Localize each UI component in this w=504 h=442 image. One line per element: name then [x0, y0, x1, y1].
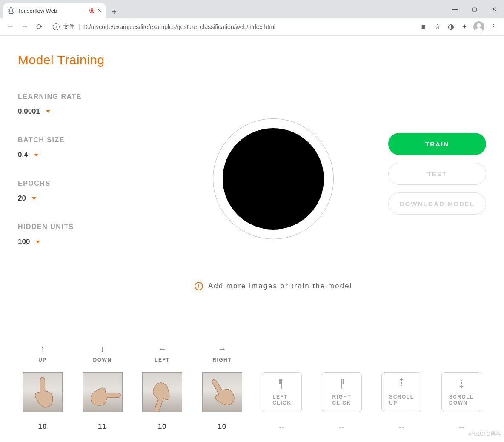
gesture-tile: LEFTCLICK --: [261, 344, 303, 431]
info-icon: i: [195, 282, 203, 290]
browser-chrome: Tensorflow Web × + — ▢ ✕ ← → ⟳ i 文件 | D:…: [0, 0, 504, 36]
camera-preview-area: i Add more images or train the model: [158, 93, 388, 290]
maximize-button[interactable]: ▢: [465, 2, 484, 16]
globe-icon: [8, 7, 14, 14]
extension-icon-1[interactable]: ◑: [446, 22, 455, 32]
chevron-down-icon: [34, 154, 38, 156]
close-window-button[interactable]: ✕: [484, 2, 504, 16]
hyperparameters-panel: LEARNING RATE 0.0001 BATCH SIZE 0.4 EPOC…: [18, 93, 158, 267]
watermark: @51CTO博客: [469, 431, 501, 438]
param-value: 0.4: [18, 151, 28, 159]
arrow-up-icon: ↑: [40, 344, 45, 353]
recording-icon: [90, 9, 94, 13]
gesture-box-label: SCROLLUP: [389, 394, 414, 406]
param-select-hidden-units[interactable]: 100: [18, 238, 158, 246]
param-label: HIDDEN UNITS: [18, 223, 158, 231]
browser-tab[interactable]: Tensorflow Web ×: [3, 3, 106, 18]
param-select-epochs[interactable]: 20: [18, 194, 158, 203]
back-button[interactable]: ←: [4, 21, 16, 33]
gesture-tile: SCROLLUP --: [380, 344, 423, 431]
hint-text: Add more images or train the model: [208, 282, 352, 290]
gesture-tiles: ↑ UP 10 ↓ DOWN 11 ← LEFT 10 → RIGHT: [0, 344, 504, 431]
gesture-count: --: [458, 422, 464, 431]
profile-avatar-icon[interactable]: [473, 21, 484, 32]
param-label: LEARNING RATE: [18, 93, 158, 100]
param-hidden-units: HIDDEN UNITS 100: [18, 223, 158, 246]
gesture-count: 10: [38, 422, 47, 431]
gesture-count: 10: [218, 422, 226, 431]
new-tab-button[interactable]: +: [108, 6, 120, 18]
param-value: 20: [18, 194, 26, 203]
gesture-label: LEFT: [155, 357, 170, 363]
bookmark-star-icon[interactable]: ☆: [432, 22, 442, 32]
main-row: LEARNING RATE 0.0001 BATCH SIZE 0.4 EPOC…: [18, 93, 486, 290]
gesture-thumbnail[interactable]: [142, 372, 182, 412]
kebab-menu-icon[interactable]: ⋮: [489, 22, 498, 32]
test-button[interactable]: TEST: [388, 163, 486, 185]
gesture-tile: → RIGHT 10: [201, 344, 243, 431]
arrow-left-icon: ←: [158, 344, 166, 353]
gesture-count: --: [339, 422, 344, 431]
param-value: 0.0001: [18, 107, 40, 116]
window-controls: — ▢ ✕: [445, 0, 504, 18]
actions-panel: TRAIN TEST DOWNLOAD MODEL: [388, 93, 486, 215]
tab-title: Tensorflow Web: [18, 8, 86, 14]
param-label: BATCH SIZE: [18, 136, 158, 144]
param-learning-rate: LEARNING RATE 0.0001: [18, 93, 158, 116]
dashed-up-icon: [401, 379, 402, 389]
camera-icon[interactable]: ■: [419, 22, 428, 32]
hint-row: i Add more images or train the model: [195, 282, 352, 290]
browser-toolbar: ← → ⟳ i 文件 | D:/mycode/examples/lite/exa…: [0, 18, 504, 36]
url-separator: |: [78, 23, 80, 30]
train-button[interactable]: TRAIN: [388, 133, 486, 155]
page-title: Model Training: [18, 53, 486, 67]
toolbar-right: ■ ☆ ◑ ✦ ⋮: [419, 21, 500, 32]
gesture-label: DOWN: [93, 357, 112, 363]
camera-feed: [223, 128, 324, 230]
param-label: EPOCHS: [18, 180, 158, 187]
chevron-down-icon: [36, 241, 40, 243]
param-select-batch-size[interactable]: 0.4: [18, 151, 158, 159]
url-scheme: 文件: [63, 23, 75, 31]
gesture-count: --: [399, 422, 404, 431]
forward-button[interactable]: →: [19, 21, 31, 33]
param-batch-size: BATCH SIZE 0.4: [18, 136, 158, 159]
gesture-tile: RIGHTCLICK --: [321, 344, 363, 431]
minimize-button[interactable]: —: [445, 2, 465, 16]
gesture-thumbnail[interactable]: [202, 372, 242, 412]
address-bar[interactable]: i 文件 | D:/mycode/examples/lite/examples/…: [48, 20, 416, 33]
param-value: 100: [18, 238, 30, 246]
url-text: D:/mycode/examples/lite/examples/gesture…: [83, 23, 275, 30]
gesture-label: UP: [38, 357, 47, 363]
gesture-box-label: LEFTCLICK: [272, 394, 291, 406]
camera-ring: [213, 118, 334, 239]
gesture-capture-button[interactable]: RIGHTCLICK: [322, 372, 362, 412]
mouse-left-icon: [281, 379, 282, 389]
extensions-puzzle-icon[interactable]: ✦: [460, 22, 469, 32]
close-tab-icon[interactable]: ×: [97, 7, 101, 14]
arrow-right-icon: →: [218, 344, 226, 353]
param-select-learning-rate[interactable]: 0.0001: [18, 107, 158, 116]
chevron-down-icon: [32, 197, 36, 200]
gesture-count: 11: [98, 422, 107, 431]
gesture-thumbnail[interactable]: [83, 372, 123, 412]
dashed-down-icon: [461, 379, 462, 389]
download-model-button[interactable]: DOWNLOAD MODEL: [388, 192, 486, 215]
gesture-count: --: [279, 422, 285, 431]
gesture-label: RIGHT: [212, 357, 232, 363]
gesture-thumbnail[interactable]: [23, 372, 63, 412]
gesture-box-label: SCROLLDOWN: [449, 394, 474, 406]
gesture-tile: ↑ UP 10: [21, 344, 64, 431]
site-info-icon[interactable]: i: [53, 23, 60, 30]
arrow-down-icon: ↓: [100, 344, 105, 353]
gesture-tile: SCROLLDOWN --: [440, 344, 483, 431]
gesture-capture-button[interactable]: SCROLLDOWN: [441, 372, 481, 412]
mouse-right-icon: [341, 379, 342, 389]
gesture-capture-button[interactable]: LEFTCLICK: [262, 372, 302, 412]
gesture-box-label: RIGHTCLICK: [332, 394, 351, 406]
gesture-count: 10: [158, 422, 167, 431]
tab-strip: Tensorflow Web × + — ▢ ✕: [0, 0, 504, 18]
gesture-tile: ← LEFT 10: [141, 344, 183, 431]
reload-button[interactable]: ⟳: [33, 21, 45, 33]
gesture-capture-button[interactable]: SCROLLUP: [381, 372, 421, 412]
